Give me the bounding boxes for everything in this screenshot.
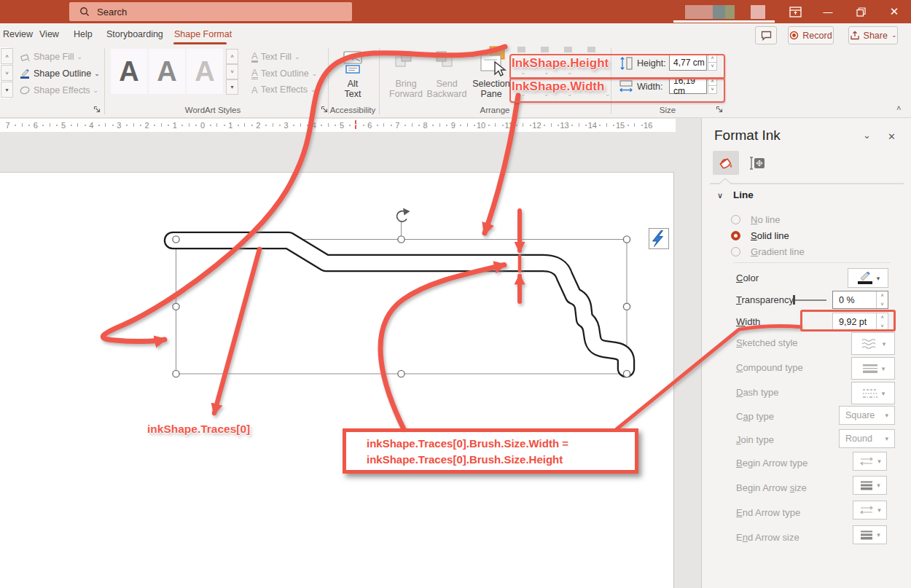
gallery-more-button[interactable]: ▾ [1, 82, 13, 98]
group-icon [541, 47, 549, 52]
ruler-number: 9 [451, 121, 456, 130]
ribbon-display-options-button[interactable] [781, 0, 809, 23]
restore-button[interactable] [847, 0, 875, 23]
line-section-chevron-icon[interactable]: ∨ [717, 191, 723, 200]
ink-color-button[interactable]: ▾ [848, 268, 888, 288]
pane-collapse-button[interactable]: ⌄ [863, 130, 871, 141]
close-window-button[interactable]: ✕ [880, 0, 908, 23]
solid-line-label[interactable]: Solid line [751, 230, 789, 241]
ruler-tick [551, 123, 552, 127]
selection-pane-label-2[interactable]: Pane [480, 89, 501, 99]
send-backward-label-2: Backward [427, 89, 467, 99]
size-properties-icon [748, 155, 765, 171]
ink-swatch-3[interactable] [725, 5, 735, 19]
solid-line-radio[interactable] [731, 231, 740, 240]
no-line-label: No line [751, 214, 780, 225]
text-outline-dropdown-icon: ⌄ [312, 71, 318, 77]
bring-forward-icon [394, 50, 414, 70]
pane-close-button[interactable]: ✕ [888, 131, 896, 142]
sketched-lines-icon [861, 338, 880, 350]
ruler-dot [210, 125, 211, 126]
ruler-tick [50, 123, 50, 127]
begin-arrow-size-label: Begin Arrow size [736, 482, 807, 493]
text-outline-label: Text Outline [261, 68, 309, 79]
pane-title: Format Ink [714, 128, 781, 144]
transparency-input[interactable]: 0 % ˄˅ [832, 291, 888, 309]
tab-review[interactable]: Review [3, 23, 33, 45]
share-dropdown-icon[interactable]: ⌄ [891, 32, 897, 39]
ruler-number: 2 [256, 121, 260, 130]
alt-text-label-2[interactable]: Text [345, 89, 361, 99]
shape-fill-button: Shape Fill ⌄ [19, 51, 82, 63]
shape-styles-dialog-launcher[interactable] [93, 106, 101, 113]
minimize-button[interactable]: — [814, 0, 842, 23]
ruler-dot [363, 125, 364, 126]
ink-swatch-1[interactable] [685, 5, 713, 19]
arrow-type-icon [859, 456, 875, 466]
wordart-style-1[interactable]: A [111, 49, 147, 94]
begin-arrow-size-dropdown[interactable]: ▾ [853, 476, 887, 495]
ruler-number: 0 [200, 121, 205, 130]
selection-pane-label-1[interactable]: Selection [472, 79, 509, 89]
tab-help[interactable]: Help [74, 23, 93, 45]
ruler-dot [488, 125, 490, 126]
ruler[interactable]: 7654321012345678910111213141516 [0, 119, 676, 132]
tab-view[interactable]: View [39, 23, 59, 45]
end-arrow-size-dropdown[interactable]: ▾ [853, 525, 887, 544]
wordart-style-3[interactable]: A [187, 49, 223, 94]
ruler-tick [634, 123, 635, 127]
record-label: Record [802, 31, 832, 41]
alt-text-label-1[interactable]: Alt [348, 79, 359, 89]
transparency-slider-track[interactable] [794, 299, 826, 301]
ruler-tick [300, 123, 301, 127]
fill-line-tab[interactable] [713, 151, 739, 175]
dropdown-icon: ▾ [877, 482, 880, 489]
selection-pane-button[interactable] [480, 45, 510, 77]
gallery-scroll-up-button[interactable]: ˄ [1, 48, 13, 64]
ruler-tick [523, 123, 523, 127]
dash-type-dropdown: ▾ [851, 382, 895, 404]
comments-button[interactable] [755, 26, 777, 44]
search-input[interactable]: Search [69, 2, 352, 21]
ruler-dot [168, 125, 169, 126]
ruler-tick [77, 123, 78, 127]
collapse-ribbon-button[interactable]: ˄ [896, 103, 901, 112]
close-icon: ✕ [890, 5, 899, 18]
ruler-dot [460, 125, 461, 126]
alt-text-button[interactable] [343, 51, 363, 74]
transparency-slider-thumb[interactable] [793, 295, 795, 305]
record-icon [789, 31, 799, 40]
size-properties-tab[interactable] [743, 151, 770, 175]
share-button[interactable]: Share ⌄ [848, 26, 898, 44]
accessibility-group-label: Accessibility [330, 106, 376, 114]
size-dialog-launcher[interactable] [716, 106, 723, 113]
slide-canvas[interactable] [0, 172, 674, 588]
record-button[interactable]: Record [788, 26, 834, 44]
wordart-style-2[interactable]: A [149, 49, 185, 94]
ruler-tick [22, 123, 23, 127]
gallery-scroll-down-button[interactable]: ˅ [1, 65, 13, 81]
shape-outline-button[interactable]: Shape Outline ⌄ [19, 68, 100, 79]
wordart-dialog-launcher[interactable] [321, 106, 328, 113]
line-section-header[interactable]: Line [733, 189, 754, 200]
ruler-number: 1 [173, 121, 177, 130]
cap-type-value: Square [845, 410, 875, 420]
ruler-tick [105, 123, 106, 127]
scroll-up-icon: ˄ [5, 53, 9, 60]
ink-swatch-4[interactable] [751, 5, 765, 19]
share-icon [850, 31, 860, 40]
compound-lines-icon [861, 363, 879, 375]
tab-storyboarding[interactable]: Storyboarding [106, 23, 163, 45]
height-annotation-label: InkShape.Height [512, 56, 609, 71]
join-type-label: Join type [736, 434, 774, 445]
ink-swatch-2[interactable] [713, 5, 725, 19]
end-arrow-type-dropdown: ▾ [853, 501, 887, 520]
wordart-scroll-down-button[interactable]: ˅ [226, 64, 238, 79]
shape-fill-dropdown-icon: ⌄ [77, 54, 83, 60]
wordart-more-button[interactable]: ▾ [226, 79, 238, 95]
ruler-dot [335, 125, 336, 126]
traces-annotation-label: inkShape.Traces[0] [147, 423, 250, 436]
transparency-stepper[interactable]: ˄˅ [876, 291, 888, 308]
dropdown-icon: ▾ [877, 506, 881, 514]
wordart-scroll-up-button[interactable]: ˄ [226, 49, 238, 64]
